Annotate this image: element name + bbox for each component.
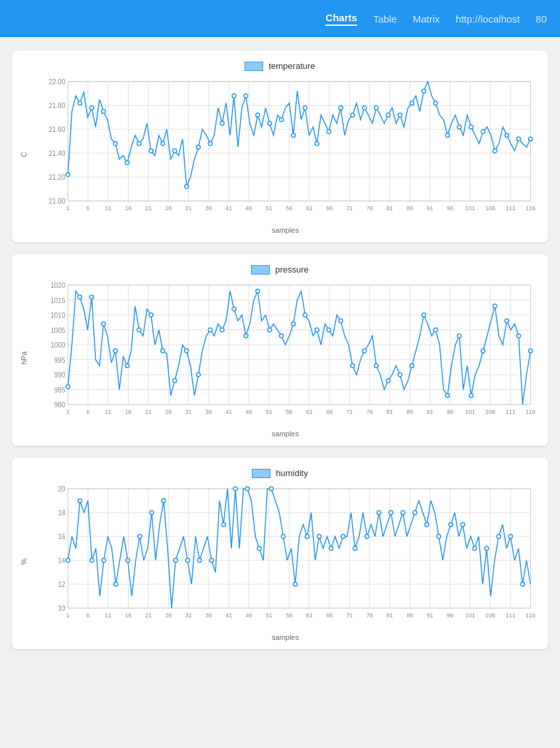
- svg-point-286: [269, 487, 273, 491]
- svg-point-282: [221, 523, 225, 527]
- svg-text:66: 66: [326, 205, 333, 212]
- svg-text:46: 46: [246, 612, 252, 619]
- svg-text:86: 86: [406, 408, 413, 415]
- svg-text:980: 980: [54, 401, 66, 408]
- svg-text:31: 31: [186, 205, 192, 212]
- nav-matrix[interactable]: Matrix: [413, 13, 440, 25]
- svg-text:101: 101: [465, 612, 475, 619]
- svg-text:91: 91: [427, 408, 433, 415]
- svg-point-176: [161, 349, 165, 353]
- svg-point-301: [449, 523, 453, 527]
- svg-point-190: [327, 328, 331, 332]
- svg-point-202: [469, 394, 473, 398]
- svg-point-195: [386, 379, 390, 383]
- chart-inner-temperature: 22.0021.8021.6021.4021.2021.001611162126…: [30, 75, 540, 234]
- svg-text:11: 11: [105, 205, 111, 212]
- svg-point-168: [66, 385, 70, 389]
- svg-text:36: 36: [205, 612, 212, 619]
- svg-point-199: [433, 328, 437, 332]
- svg-text:71: 71: [346, 408, 353, 415]
- svg-point-296: [389, 511, 393, 515]
- y-label-temperature: C: [20, 152, 28, 157]
- svg-text:76: 76: [366, 205, 373, 212]
- svg-point-207: [529, 349, 533, 353]
- svg-point-69: [161, 142, 165, 146]
- svg-point-288: [294, 582, 298, 586]
- nav-table[interactable]: Table: [373, 13, 397, 25]
- svg-text:51: 51: [266, 205, 272, 212]
- nav-charts[interactable]: Charts: [325, 12, 357, 26]
- svg-point-65: [113, 142, 117, 146]
- svg-point-90: [410, 101, 414, 105]
- svg-point-185: [268, 328, 272, 332]
- svg-point-100: [529, 137, 533, 141]
- svg-point-201: [457, 334, 461, 338]
- svg-point-187: [292, 322, 296, 326]
- svg-point-83: [327, 130, 331, 134]
- svg-text:1010: 1010: [50, 312, 66, 319]
- svg-text:71: 71: [346, 612, 353, 619]
- svg-point-275: [138, 534, 142, 538]
- y-label-pressure: hPa: [20, 351, 28, 365]
- chart-card-pressure: pressurehPa10201015101010051000995990985…: [12, 254, 548, 446]
- chart-title-text-humidity: humidity: [276, 468, 308, 478]
- svg-point-91: [421, 89, 425, 93]
- legend-box-humidity: [252, 469, 270, 478]
- svg-point-175: [149, 313, 153, 317]
- chart-svg-humidity: 2018161412101611162126313641465156616671…: [30, 482, 540, 628]
- svg-text:96: 96: [447, 408, 453, 415]
- svg-text:21: 21: [145, 408, 152, 415]
- svg-text:1: 1: [66, 205, 70, 212]
- svg-point-295: [377, 511, 381, 515]
- svg-point-169: [78, 295, 82, 299]
- svg-point-206: [517, 334, 521, 338]
- svg-point-183: [244, 334, 248, 338]
- svg-point-300: [437, 534, 441, 538]
- svg-point-99: [517, 137, 521, 141]
- chart-inner-pressure: 1020101510101005100099599098598016111621…: [30, 279, 540, 438]
- svg-point-75: [232, 94, 236, 98]
- nav-80[interactable]: 80: [535, 13, 547, 25]
- svg-text:111: 111: [506, 408, 516, 415]
- svg-point-89: [398, 113, 402, 117]
- svg-text:56: 56: [286, 205, 292, 212]
- svg-point-270: [78, 499, 82, 503]
- svg-text:1020: 1020: [50, 282, 66, 289]
- svg-text:6: 6: [86, 205, 89, 212]
- nav-http---localhost[interactable]: http://localhost: [456, 13, 520, 25]
- svg-point-193: [363, 349, 366, 353]
- svg-text:91: 91: [427, 205, 433, 212]
- svg-point-272: [102, 558, 106, 562]
- svg-point-88: [386, 113, 390, 117]
- svg-text:61: 61: [306, 612, 313, 619]
- svg-text:31: 31: [186, 408, 192, 415]
- svg-text:46: 46: [246, 408, 252, 415]
- svg-point-297: [401, 511, 405, 515]
- svg-text:16: 16: [125, 408, 132, 415]
- svg-point-173: [125, 364, 129, 368]
- svg-text:71: 71: [346, 205, 353, 212]
- svg-point-189: [315, 328, 319, 332]
- svg-text:1: 1: [66, 408, 70, 415]
- svg-text:16: 16: [58, 533, 66, 540]
- svg-text:106: 106: [485, 205, 495, 212]
- svg-point-170: [89, 295, 93, 299]
- svg-point-81: [303, 106, 307, 110]
- svg-text:41: 41: [225, 408, 232, 415]
- svg-text:41: 41: [225, 205, 232, 212]
- svg-point-273: [114, 582, 118, 586]
- svg-text:36: 36: [205, 408, 212, 415]
- svg-text:1000: 1000: [50, 342, 66, 349]
- svg-point-80: [292, 133, 296, 137]
- svg-point-74: [220, 121, 224, 125]
- svg-point-181: [220, 328, 224, 332]
- svg-text:101: 101: [465, 408, 475, 415]
- svg-point-92: [433, 101, 437, 105]
- svg-point-303: [473, 546, 476, 550]
- svg-text:16: 16: [125, 205, 132, 212]
- svg-text:21.80: 21.80: [48, 102, 65, 109]
- svg-point-178: [185, 349, 189, 353]
- svg-text:12: 12: [58, 581, 66, 588]
- svg-point-274: [126, 558, 130, 562]
- x-label-humidity: samples: [30, 633, 540, 641]
